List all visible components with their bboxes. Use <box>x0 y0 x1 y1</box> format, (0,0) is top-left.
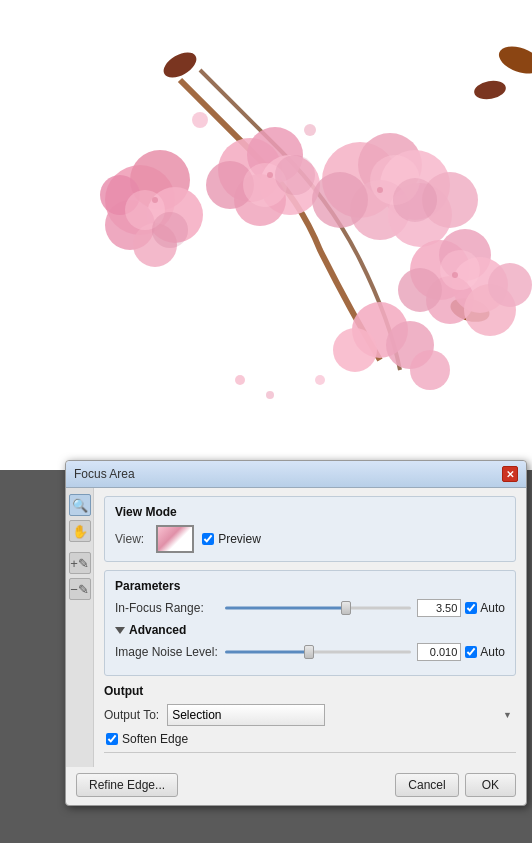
hand-icon: ✋ <box>72 524 88 539</box>
advanced-header[interactable]: Advanced <box>115 623 505 637</box>
svg-point-35 <box>304 124 316 136</box>
cherry-blossom-image <box>0 0 532 470</box>
soften-edge-row: Soften Edge <box>104 732 516 746</box>
left-toolbar: 🔍 ✋ +✎ −✎ <box>66 488 94 767</box>
output-row: Output To: Selection New Layer New Docum… <box>104 704 516 726</box>
in-focus-auto-checkbox[interactable] <box>465 602 477 614</box>
select-arrow-icon: ▼ <box>503 710 512 720</box>
svg-point-20 <box>312 172 368 228</box>
view-label: View: <box>115 532 144 546</box>
svg-point-29 <box>488 263 532 307</box>
dialog-footer: Refine Edge... Cancel OK <box>66 767 526 805</box>
focus-area-dialog: Focus Area ✕ 🔍 ✋ +✎ −✎ View Mode <box>65 460 527 806</box>
preview-checkbox[interactable] <box>202 533 214 545</box>
footer-left: Refine Edge... <box>76 773 178 797</box>
close-button[interactable]: ✕ <box>502 466 518 482</box>
in-focus-row: In-Focus Range: 3.50 Auto <box>115 599 505 617</box>
noise-row: Image Noise Level: 0.010 Auto <box>115 643 505 661</box>
in-focus-slider-container <box>225 600 411 616</box>
svg-point-33 <box>410 350 450 390</box>
noise-slider-container <box>225 644 411 660</box>
parameters-title: Parameters <box>115 579 505 593</box>
in-focus-slider-track <box>225 607 411 610</box>
noise-label: Image Noise Level: <box>115 645 225 659</box>
in-focus-auto-row: Auto <box>465 601 505 615</box>
svg-point-38 <box>315 375 325 385</box>
ok-button[interactable]: OK <box>465 773 516 797</box>
in-focus-label: In-Focus Range: <box>115 601 225 615</box>
zoom-icon: 🔍 <box>72 498 88 513</box>
svg-point-47 <box>152 212 188 248</box>
advanced-toggle-icon <box>115 627 125 634</box>
add-icon: +✎ <box>70 556 89 571</box>
parameters-section: Parameters In-Focus Range: 3.50 Auto <box>104 570 516 676</box>
cancel-button[interactable]: Cancel <box>395 773 458 797</box>
svg-point-34 <box>192 112 208 128</box>
svg-point-36 <box>235 375 245 385</box>
dialog-titlebar: Focus Area ✕ <box>66 461 526 488</box>
output-select-wrapper: Selection New Layer New Document Layer M… <box>167 704 516 726</box>
add-focus-button[interactable]: +✎ <box>69 552 91 574</box>
noise-slider-track <box>225 651 411 654</box>
noise-auto-checkbox[interactable] <box>465 646 477 658</box>
output-select[interactable]: Selection New Layer New Document Layer M… <box>167 704 325 726</box>
subtract-focus-button[interactable]: −✎ <box>69 578 91 600</box>
view-mode-title: View Mode <box>115 505 505 519</box>
zoom-tool-button[interactable]: 🔍 <box>69 494 91 516</box>
output-to-label: Output To: <box>104 708 159 722</box>
svg-point-46 <box>440 250 480 290</box>
svg-point-49 <box>393 178 437 222</box>
view-thumbnail-inner <box>158 527 192 551</box>
noise-auto-label[interactable]: Auto <box>480 645 505 659</box>
canvas-area <box>0 0 532 470</box>
view-mode-row: View: Preview <box>115 525 505 553</box>
canvas-inner <box>0 0 532 470</box>
view-thumbnail[interactable] <box>156 525 194 553</box>
preview-row: Preview <box>202 532 261 546</box>
noise-auto-row: Auto <box>465 645 505 659</box>
refine-edge-button[interactable]: Refine Edge... <box>76 773 178 797</box>
dialog-body: 🔍 ✋ +✎ −✎ View Mode View: <box>66 488 526 767</box>
footer-separator <box>104 752 516 753</box>
in-focus-slider-handle[interactable] <box>341 601 351 615</box>
svg-point-37 <box>266 391 274 399</box>
in-focus-value[interactable]: 3.50 <box>417 599 461 617</box>
output-title: Output <box>104 684 516 698</box>
hand-tool-button[interactable]: ✋ <box>69 520 91 542</box>
output-section: Output Output To: Selection New Layer Ne… <box>104 684 516 726</box>
svg-point-48 <box>275 155 315 195</box>
svg-point-32 <box>333 328 377 372</box>
in-focus-auto-label[interactable]: Auto <box>480 601 505 615</box>
footer-right: Cancel OK <box>395 773 516 797</box>
preview-label[interactable]: Preview <box>218 532 261 546</box>
noise-value[interactable]: 0.010 <box>417 643 461 661</box>
subtract-icon: −✎ <box>70 582 89 597</box>
soften-edge-label[interactable]: Soften Edge <box>122 732 188 746</box>
noise-slider-handle[interactable] <box>304 645 314 659</box>
view-mode-section: View Mode View: Preview <box>104 496 516 562</box>
advanced-title: Advanced <box>129 623 186 637</box>
dialog-content: View Mode View: Preview Parameters <box>94 488 526 767</box>
soften-edge-checkbox[interactable] <box>106 733 118 745</box>
dialog-title: Focus Area <box>74 467 135 481</box>
svg-point-27 <box>398 268 442 312</box>
